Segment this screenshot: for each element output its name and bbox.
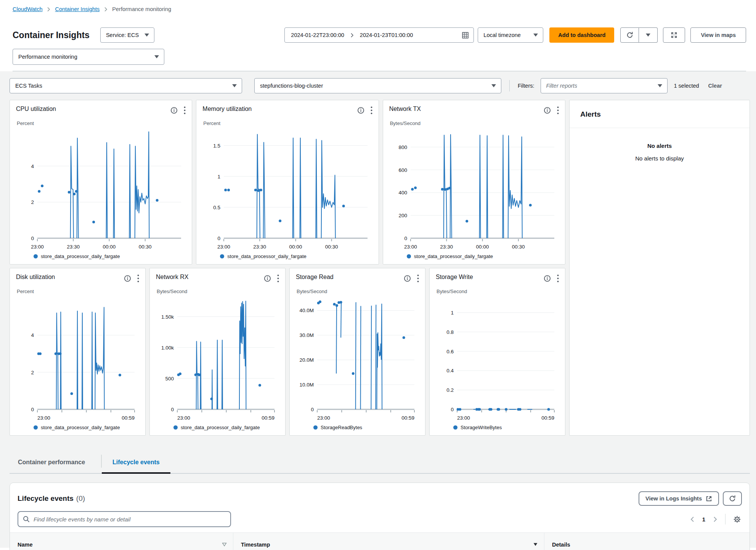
lifecycle-search [18, 511, 231, 527]
sort-icon-outline [222, 542, 227, 547]
svg-text:00:00: 00:00 [103, 244, 116, 250]
svg-text:1: 1 [451, 310, 454, 316]
svg-text:500: 500 [165, 376, 174, 382]
chart-legend-item[interactable]: store_data_processor_daily_fargate [156, 422, 279, 432]
previous-page-button[interactable] [689, 515, 695, 523]
info-icon[interactable] [170, 107, 178, 114]
calendar-icon[interactable] [462, 32, 469, 39]
clear-filters-button[interactable]: Clear [708, 83, 722, 89]
chart-plot[interactable]: 00.20.40.60.8123:0000:59 [436, 294, 559, 422]
breadcrumb-current: Performance monitoring [112, 6, 171, 12]
kebab-menu-icon[interactable] [277, 274, 279, 282]
chevron-down-icon [144, 34, 149, 37]
search-input[interactable] [34, 516, 226, 523]
report-filter-select[interactable]: Filter reports [541, 78, 668, 93]
chart-plot[interactable]: 02423:0023:3000:0000:30 [16, 126, 186, 251]
svg-text:800: 800 [398, 144, 407, 150]
kebab-menu-icon[interactable] [417, 274, 419, 282]
chart-title: Storage Read [296, 274, 404, 281]
resource-value: stepfunctions-blog-cluster [260, 83, 323, 89]
column-header-details: Details [544, 533, 750, 550]
info-icon[interactable] [544, 107, 551, 114]
page-number[interactable]: 1 [702, 516, 705, 523]
breadcrumb-link-cloudwatch[interactable]: CloudWatch [13, 6, 42, 12]
resource-selector[interactable]: stepfunctions-blog-cluster [254, 78, 501, 93]
chart-y-unit: Bytes/Second [297, 289, 419, 294]
svg-text:23:00: 23:00 [457, 415, 470, 421]
svg-text:0.6: 0.6 [446, 349, 454, 354]
chevron-right-icon [46, 7, 51, 12]
page-title: Container Insights [13, 30, 90, 40]
view-in-maps-button[interactable]: View in maps [690, 27, 746, 43]
legend-label: store_data_processor_daily_fargate [181, 425, 260, 430]
service-selector[interactable]: Service: ECS [100, 27, 154, 43]
chevron-down-icon [232, 84, 237, 87]
settings-gear-icon[interactable] [732, 515, 742, 524]
view-selector[interactable]: Performance monitoring [13, 49, 164, 65]
chart-legend-item[interactable]: store_data_processor_daily_fargate [202, 251, 372, 261]
info-icon[interactable] [264, 275, 271, 282]
svg-text:1: 1 [218, 174, 221, 180]
dimension-selector[interactable]: ECS Tasks [10, 78, 242, 93]
svg-text:0: 0 [451, 407, 454, 412]
svg-text:00:00: 00:00 [289, 244, 302, 250]
selected-count: 1 selected [674, 83, 699, 89]
view-in-logs-insights-button[interactable]: View in Logs Insights [639, 491, 719, 506]
lifecycle-refresh-button[interactable] [723, 491, 742, 506]
chart-y-unit: Percent [203, 120, 372, 126]
column-header-name[interactable]: Name [10, 533, 233, 550]
column-header-timestamp[interactable]: Timestamp [233, 533, 544, 550]
breadcrumb-link-container-insights[interactable]: Container Insights [55, 6, 100, 12]
breadcrumb: CloudWatch Container Insights Performanc… [13, 0, 746, 12]
chart-plot[interactable]: 00.511.523:0023:3000:0000:30 [202, 126, 372, 251]
chevron-down-icon [646, 34, 650, 37]
svg-text:23:00: 23:00 [217, 244, 230, 250]
chart-card-network-tx: Network TX Bytes/Second 020040060080023:… [383, 100, 565, 265]
chevron-right-icon [713, 516, 717, 523]
info-icon[interactable] [404, 275, 411, 282]
chart-y-unit: Bytes/Second [157, 289, 279, 294]
next-page-button[interactable] [712, 515, 718, 523]
legend-dot [220, 254, 224, 258]
info-icon[interactable] [124, 275, 131, 282]
chart-legend-item[interactable]: store_data_processor_daily_fargate [16, 251, 186, 261]
chart-legend-item[interactable]: store_data_processor_daily_fargate [389, 251, 559, 261]
svg-text:0.8: 0.8 [446, 329, 454, 335]
vertical-divider [725, 514, 726, 524]
svg-text:30.0M: 30.0M [299, 332, 314, 338]
kebab-menu-icon[interactable] [184, 106, 186, 114]
kebab-menu-icon[interactable] [557, 274, 559, 282]
kebab-menu-icon[interactable] [137, 274, 139, 282]
chart-plot[interactable]: 05001.00k1.50k23:0000:59 [156, 294, 279, 422]
chart-title: Network TX [389, 106, 544, 112]
svg-text:2: 2 [31, 370, 34, 375]
alerts-empty-message: No alerts to display [570, 155, 750, 162]
chart-legend-item[interactable]: store_data_processor_daily_fargate [16, 422, 139, 432]
svg-text:00:30: 00:30 [139, 244, 152, 250]
tab-lifecycle-events[interactable]: Lifecycle events [102, 452, 170, 473]
chart-plot[interactable]: 020040060080023:0023:3000:0000:30 [389, 126, 559, 251]
pagination: 1 [689, 514, 742, 524]
timezone-selector[interactable]: Local timezone [478, 27, 543, 43]
chart-plot[interactable]: 010.0M20.0M30.0M40.0M23:0000:59 [296, 294, 419, 422]
time-range-picker[interactable]: 2024-01-22T23:00:00 2024-01-23T01:00:00 [284, 27, 474, 43]
chart-plot[interactable]: 02423:0000:59 [16, 294, 139, 422]
tab-container-performance[interactable]: Container performance [10, 452, 101, 473]
chart-legend-item[interactable]: StorageReadBytes [296, 422, 419, 432]
refresh-button[interactable] [620, 27, 639, 43]
lifecycle-title: Lifecycle events [18, 494, 74, 503]
refresh-button-group [620, 27, 658, 43]
chart-title: Memory utilization [202, 106, 357, 112]
fullscreen-button[interactable] [663, 27, 685, 43]
tabs: Container performance Lifecycle events [10, 452, 750, 474]
refresh-options-button[interactable] [639, 27, 658, 43]
info-icon[interactable] [544, 275, 551, 282]
kebab-menu-icon[interactable] [371, 106, 372, 114]
svg-text:0: 0 [218, 236, 221, 241]
chart-legend-item[interactable]: StorageWriteBytes [436, 422, 559, 432]
info-icon[interactable] [357, 107, 364, 114]
svg-text:600: 600 [398, 167, 407, 173]
expand-icon [671, 32, 677, 38]
add-to-dashboard-button[interactable]: Add to dashboard [549, 27, 614, 43]
kebab-menu-icon[interactable] [557, 106, 559, 114]
